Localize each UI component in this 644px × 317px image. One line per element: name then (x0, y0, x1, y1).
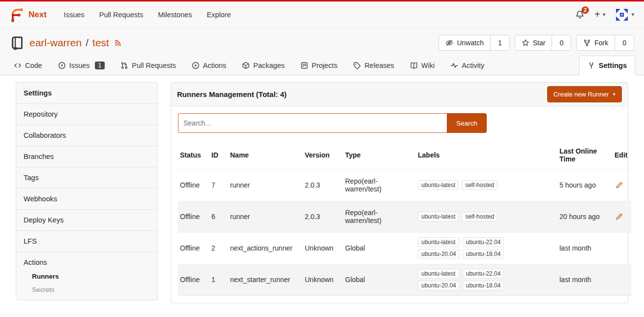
tab-label: Actions (203, 62, 227, 69)
pulse-icon (450, 62, 458, 69)
cell-labels: ubuntu-latestself-hosted (416, 201, 557, 232)
label-chip: ubuntu-latest (418, 212, 459, 222)
chevron-down-icon: ▾ (603, 11, 606, 18)
runner-labels: ubuntu-latestubuntu-22.04ubuntu-20.04ubu… (418, 237, 504, 259)
nav-item-explore[interactable]: Explore (200, 7, 238, 23)
sidebar-item-branches[interactable]: Branches (16, 146, 157, 167)
cell-version: 2.0.3 (303, 169, 343, 201)
sidebar-item-actions[interactable]: Actions (16, 252, 157, 270)
tab-settings[interactable]: Settings (579, 56, 635, 75)
cell-id: 6 (209, 201, 228, 232)
user-avatar (615, 8, 629, 22)
repo-name-link[interactable]: test (92, 37, 109, 49)
fork-count[interactable]: 0 (615, 35, 634, 50)
notifications-button[interactable]: 2 (575, 10, 585, 19)
code-icon (14, 62, 22, 69)
tab-pull-requests[interactable]: Pull Requests (116, 56, 180, 75)
unwatch-button[interactable]: Unwatch (439, 35, 490, 50)
notification-badge: 2 (582, 6, 589, 14)
label-chip: self-hosted (462, 180, 498, 190)
table-row: Offline7runner2.0.3Repo(earl-warren/test… (178, 169, 631, 201)
fork-button[interactable]: Fork (577, 35, 615, 50)
sidebar-item-secrets[interactable]: Secrets (32, 284, 157, 296)
label-chip: ubuntu-18.04 (463, 281, 504, 290)
nav-item-issues[interactable]: Issues (57, 7, 92, 23)
create-menu-button[interactable]: + ▾ (594, 9, 605, 20)
repo-header: earl-warren / test Unwatch1Star0Fork0 (0, 28, 644, 56)
cell-last-online: last month (557, 264, 613, 295)
runner-labels: ubuntu-latestself-hosted (418, 180, 498, 190)
cell-version: Unknown (303, 232, 343, 264)
unwatch-count[interactable]: 1 (491, 35, 509, 50)
edit-runner-button[interactable] (615, 212, 624, 222)
star-count[interactable]: 0 (552, 35, 571, 50)
settings-sidebar: Settings RepositoryCollaboratorsBranches… (16, 82, 158, 308)
label-chip: ubuntu-20.04 (418, 249, 460, 259)
edit-runner-button[interactable] (615, 181, 624, 190)
cell-name: next_starter_runner (228, 264, 303, 295)
repo-action-fork: Fork0 (576, 35, 634, 51)
tab-label: Projects (312, 62, 337, 69)
rss-icon[interactable] (114, 39, 122, 47)
star-icon (522, 39, 529, 47)
repo-owner-link[interactable]: earl-warren (29, 37, 82, 49)
nav-item-milestones[interactable]: Milestones (150, 7, 199, 23)
col-id: ID (209, 141, 228, 169)
repo-icon (10, 35, 25, 50)
cell-last-online: 5 hours ago (557, 169, 613, 201)
unwatch-label: Unwatch (457, 39, 483, 47)
sidebar-item-collaborators[interactable]: Collaborators (16, 125, 157, 146)
tab-issues[interactable]: Issues1 (53, 56, 110, 75)
sidebar-item-runners[interactable]: Runners (32, 270, 157, 283)
sidebar-item-repository[interactable]: Repository (16, 104, 157, 125)
search-button[interactable]: Search (447, 113, 487, 133)
sidebar-item-webhooks[interactable]: Webhooks (16, 189, 157, 209)
create-runner-button[interactable]: Create new Runner ▾ (547, 86, 622, 102)
cell-type: Global (343, 264, 416, 295)
runners-table: StatusIDNameVersionTypeLabelsLast Online… (178, 141, 631, 296)
repo-tabbar: CodeIssues1Pull RequestsActionsPackagesP… (0, 56, 644, 75)
chevron-down-icon: ▾ (631, 11, 634, 18)
sidebar-item-lfs[interactable]: LFS (16, 231, 157, 252)
col-last-online-time: Last Online Time (557, 141, 613, 169)
home-link[interactable]: Next (10, 7, 47, 22)
sidebar-item-deploy-keys[interactable]: Deploy Keys (16, 210, 157, 230)
star-button[interactable]: Star (515, 35, 553, 50)
user-menu-button[interactable]: ▾ (615, 8, 634, 22)
chevron-down-icon: ▾ (613, 91, 615, 97)
table-row: Offline6runner2.0.3Repo(earl-warren/test… (178, 201, 631, 232)
pr-icon (120, 62, 128, 69)
plus-icon: + (594, 9, 600, 20)
tab-label: Wiki (421, 62, 435, 69)
tab-packages[interactable]: Packages (237, 56, 290, 75)
tab-releases[interactable]: Releases (348, 56, 399, 75)
tab-code[interactable]: Code (9, 56, 47, 75)
repo-action-star: Star0 (515, 35, 571, 51)
col-name: Name (228, 141, 303, 169)
label-chip: ubuntu-20.04 (418, 281, 460, 290)
label-chip: self-hosted (462, 212, 498, 222)
label-chip: ubuntu-18.04 (463, 249, 504, 259)
sidebar-item-tags[interactable]: Tags (16, 167, 157, 188)
tab-actions[interactable]: Actions (187, 56, 232, 75)
tag-icon (353, 62, 361, 69)
tab-activity[interactable]: Activity (445, 56, 489, 75)
cell-status: Offline (178, 201, 209, 232)
label-chip: ubuntu-latest (418, 237, 460, 247)
cell-type: Global (343, 232, 416, 264)
main-navbar: Next IssuesPull RequestsMilestonesExplor… (0, 1, 644, 28)
search-input[interactable] (178, 113, 447, 133)
cell-labels: ubuntu-latestubuntu-22.04ubuntu-20.04ubu… (416, 264, 557, 295)
tab-wiki[interactable]: Wiki (405, 56, 439, 75)
cell-labels: ubuntu-latestubuntu-22.04ubuntu-20.04ubu… (416, 232, 557, 264)
cell-id: 2 (209, 232, 228, 264)
tab-projects[interactable]: Projects (295, 56, 342, 75)
eye-slash-icon (445, 39, 453, 47)
package-icon (242, 62, 250, 69)
table-row: Offline1next_starter_runnerUnknownGlobal… (178, 264, 631, 295)
cell-version: 2.0.3 (303, 201, 343, 232)
fork-label: Fork (594, 39, 608, 47)
project-icon (300, 62, 308, 69)
nav-item-pull-requests[interactable]: Pull Requests (92, 7, 150, 23)
pencil-icon (615, 213, 623, 221)
